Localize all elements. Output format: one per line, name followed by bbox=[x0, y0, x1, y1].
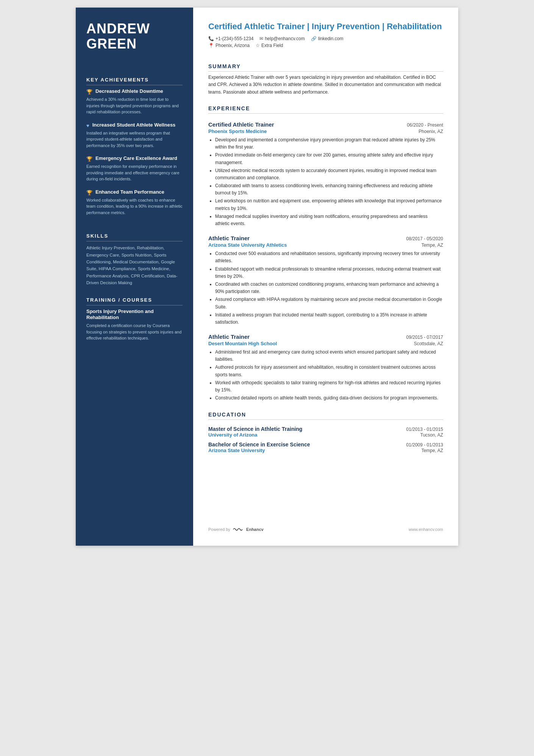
experience-section-title: EXPERIENCE bbox=[208, 105, 443, 114]
bullet-2-5: Initiated a wellness program that includ… bbox=[215, 311, 443, 326]
achievements-section-title: KEY ACHIEVEMENTS bbox=[86, 77, 183, 85]
phone-text: +1-(234)-555-1234 bbox=[215, 36, 253, 41]
achievement-desc-3: Earned recognition for exemplary perform… bbox=[86, 163, 183, 182]
bullet-2-3: Coordinated with coaches on customized c… bbox=[215, 281, 443, 295]
linkedin-icon: 🔗 bbox=[311, 36, 317, 41]
bullet-1-5: Led workshops on nutrition and equipment… bbox=[215, 197, 443, 212]
achievement-desc-2: Installed an integrative wellness progra… bbox=[86, 130, 183, 149]
bullet-2-4: Assured compliance with HIPAA regulation… bbox=[215, 296, 443, 310]
exp-company-1: Phoenix Sports Medicine bbox=[208, 128, 267, 134]
location-text: Phoenix, Arizona bbox=[215, 43, 250, 48]
heart-icon: ♥ bbox=[86, 123, 89, 128]
brand-label: Enhancv bbox=[246, 527, 264, 532]
team-icon: 🏆 bbox=[86, 190, 92, 196]
achievement-title-3: Emergency Care Excellence Award bbox=[95, 155, 177, 162]
exp-entry-3-sub: Desert Mountain High School Scottsdale, … bbox=[208, 341, 443, 346]
contact-row-1: 📞 +1-(234)-555-1234 ✉ help@enhancv.com 🔗… bbox=[208, 36, 443, 41]
exp-dates-1: 06/2020 - Present bbox=[407, 122, 443, 128]
name-block: ANDREW GREEN bbox=[86, 21, 183, 51]
achievement-desc-4: Worked collaboratively with coaches to e… bbox=[86, 197, 183, 216]
education-section-title: EDUCATION bbox=[208, 412, 443, 420]
bullet-3-2: Authored protocols for injury assessment… bbox=[215, 364, 443, 378]
exp-entry-1-header: Certified Athletic Trainer 06/2020 - Pre… bbox=[208, 121, 443, 128]
training-section-title: TRAINING / COURSES bbox=[86, 297, 183, 305]
edu-dates-2: 01/2009 - 01/2013 bbox=[406, 442, 443, 448]
edu-school-2: Arizona State University bbox=[208, 448, 265, 453]
exp-entry-1-sub: Phoenix Sports Medicine Phoenix, AZ bbox=[208, 128, 443, 134]
location-contact: 📍 Phoenix, Arizona bbox=[208, 43, 250, 48]
email-contact: ✉ help@enhancv.com bbox=[259, 36, 304, 41]
achievement-desc-1: Achieved a 30% reduction in time lost du… bbox=[86, 96, 183, 115]
edu-degree-1: Master of Science in Athletic Training bbox=[208, 426, 302, 432]
award-icon: 🏆 bbox=[86, 156, 92, 162]
bullet-2-2: Established rapport with medical profess… bbox=[215, 266, 443, 280]
exp-company-3: Desert Mountain High School bbox=[208, 341, 277, 346]
achievement-title-2: Increased Student Athlete Wellness bbox=[92, 122, 176, 128]
edu-entry-1: Master of Science in Athletic Training 0… bbox=[208, 426, 443, 438]
edu-dates-1: 01/2013 - 01/2015 bbox=[406, 427, 443, 432]
exp-entry-2-header: Athletic Trainer 08/2017 - 05/2020 bbox=[208, 235, 443, 241]
footer-right: www.enhancv.com bbox=[409, 527, 443, 532]
extra-text: Extra Field bbox=[261, 43, 283, 48]
resume-title: Certified Athletic Trainer | Injury Prev… bbox=[208, 21, 443, 32]
summary-text: Experienced Athletic Trainer with over 5… bbox=[208, 74, 443, 96]
website-label: www.enhancv.com bbox=[409, 527, 443, 532]
edu-header-2: Bachelor of Science in Exercise Science … bbox=[208, 441, 443, 448]
exp-title-1: Certified Athletic Trainer bbox=[208, 121, 274, 128]
training-desc-1: Completed a certification course by Cour… bbox=[86, 322, 183, 341]
bullet-1-1: Developed and implemented a comprehensiv… bbox=[215, 136, 443, 151]
skills-text: Athletic Injury Prevention, Rehabilitati… bbox=[86, 244, 183, 286]
bullet-3-3: Worked with orthopedic specialists to ta… bbox=[215, 379, 443, 394]
linkedin-text: linkedin.com bbox=[318, 36, 344, 41]
edu-school-1: University of Arizona bbox=[208, 432, 258, 438]
phone-contact: 📞 +1-(234)-555-1234 bbox=[208, 36, 253, 41]
achievement-item-1: 🏆 Decreased Athlete Downtime Achieved a … bbox=[86, 88, 183, 115]
bullet-2-1: Conducted over 500 evaluations and rehab… bbox=[215, 250, 443, 265]
summary-section-title: SUMMARY bbox=[208, 63, 443, 72]
exp-title-2: Athletic Trainer bbox=[208, 235, 250, 241]
footer-left: Powered by Enhancv bbox=[208, 527, 264, 532]
exp-title-3: Athletic Trainer bbox=[208, 333, 250, 340]
last-name: GREEN bbox=[86, 36, 183, 52]
bullet-3-1: Administered first aid and emergency car… bbox=[215, 349, 443, 363]
skills-section-title: SKILLS bbox=[86, 233, 183, 241]
edu-sub-1: University of Arizona Tucson, AZ bbox=[208, 432, 443, 438]
edu-location-1: Tucson, AZ bbox=[420, 432, 443, 438]
exp-entry-2-sub: Arizona State University Athletics Tempe… bbox=[208, 242, 443, 248]
exp-dates-3: 09/2015 - 07/2017 bbox=[406, 335, 443, 340]
edu-location-2: Tempe, AZ bbox=[422, 448, 443, 453]
powered-by-label: Powered by bbox=[208, 527, 230, 532]
exp-location-1: Phoenix, AZ bbox=[418, 129, 443, 134]
training-item-1: Sports Injury Prevention and Rehabilitat… bbox=[86, 308, 183, 341]
left-panel: ANDREW GREEN KEY ACHIEVEMENTS 🏆 Decrease… bbox=[76, 8, 193, 546]
footer: Powered by Enhancv www.enhancv.com bbox=[208, 520, 443, 532]
exp-location-2: Tempe, AZ bbox=[422, 243, 443, 248]
edu-degree-2: Bachelor of Science in Exercise Science bbox=[208, 441, 310, 448]
achievement-title-4: Enhanced Team Performance bbox=[95, 189, 164, 196]
phone-icon: 📞 bbox=[208, 36, 214, 41]
training-title-1: Sports Injury Prevention and Rehabilitat… bbox=[86, 308, 183, 321]
email-icon: ✉ bbox=[259, 36, 263, 41]
exp-bullets-2: Conducted over 500 evaluations and rehab… bbox=[208, 250, 443, 327]
email-text: help@enhancv.com bbox=[265, 36, 304, 41]
bullet-1-6: Managed medical supplies inventory and v… bbox=[215, 213, 443, 227]
resume-wrapper: ANDREW GREEN KEY ACHIEVEMENTS 🏆 Decrease… bbox=[76, 8, 458, 546]
achievement-item-3: 🏆 Emergency Care Excellence Award Earned… bbox=[86, 155, 183, 182]
achievement-item-2: ♥ Increased Student Athlete Wellness Ins… bbox=[86, 122, 183, 149]
right-panel: Certified Athletic Trainer | Injury Prev… bbox=[193, 8, 458, 546]
linkedin-contact: 🔗 linkedin.com bbox=[311, 36, 344, 41]
exp-company-2: Arizona State University Athletics bbox=[208, 242, 287, 248]
achievement-item-4: 🏆 Enhanced Team Performance Worked colla… bbox=[86, 189, 183, 216]
exp-entry-3-header: Athletic Trainer 09/2015 - 07/2017 bbox=[208, 333, 443, 340]
trophy-icon-1: 🏆 bbox=[86, 89, 92, 95]
exp-bullets-3: Administered first aid and emergency car… bbox=[208, 349, 443, 402]
exp-dates-2: 08/2017 - 05/2020 bbox=[406, 236, 443, 241]
contact-row-2: 📍 Phoenix, Arizona ☆ Extra Field bbox=[208, 43, 443, 48]
exp-location-3: Scottsdale, AZ bbox=[414, 341, 443, 346]
bullet-3-4: Constructed detailed reports on athlete … bbox=[215, 394, 443, 402]
bullet-1-2: Provided immediate on-field emergency ca… bbox=[215, 152, 443, 166]
star-icon: ☆ bbox=[256, 43, 260, 48]
exp-bullets-1: Developed and implemented a comprehensiv… bbox=[208, 136, 443, 228]
edu-sub-2: Arizona State University Tempe, AZ bbox=[208, 448, 443, 453]
extra-contact: ☆ Extra Field bbox=[256, 43, 283, 48]
